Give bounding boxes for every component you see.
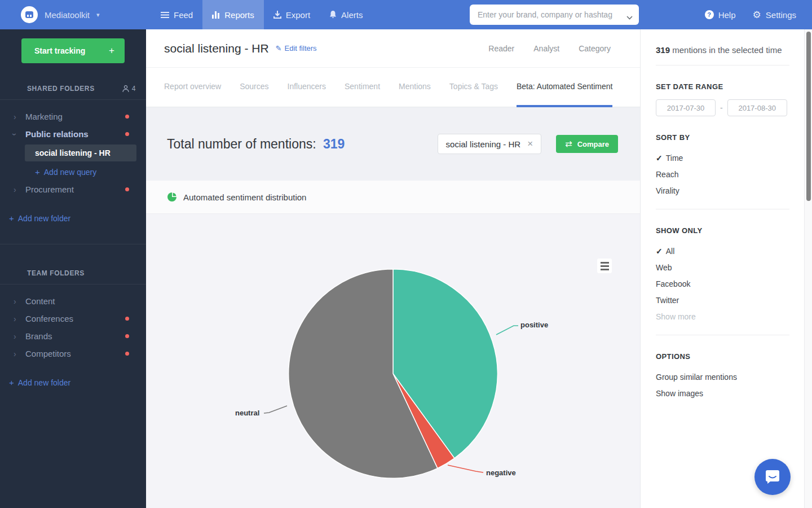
mode-reader[interactable]: Reader <box>488 44 514 53</box>
sidebar-folder-procurement[interactable]: › Procurement <box>0 181 146 198</box>
folder-label: Conferences <box>25 314 73 323</box>
show-option-web[interactable]: Web <box>656 259 789 275</box>
query-chip-label: social listening - HR <box>446 139 521 149</box>
close-icon[interactable]: × <box>527 138 533 150</box>
sidebar-folder-brands[interactable]: › Brands <box>0 327 146 345</box>
chevron-down-icon: ▾ <box>96 11 100 19</box>
edit-filters-link[interactable]: ✎ Edit filters <box>276 44 317 52</box>
pie-chart-icon <box>167 192 176 202</box>
question-icon: ? <box>705 10 714 19</box>
plus-icon: + <box>9 378 14 387</box>
option-group-similar[interactable]: Group similar mentions <box>656 369 789 385</box>
chat-launcher-button[interactable] <box>754 459 791 495</box>
sort-by-options: ✓ Time Reach Virality <box>656 150 789 199</box>
add-new-query-link[interactable]: + Add new query <box>0 163 146 181</box>
report-header: social listening - HR ✎ Edit filters Rea… <box>146 29 640 68</box>
compare-button[interactable]: ⇄ Compare <box>556 135 618 153</box>
tab-influencers[interactable]: Influencers <box>288 68 326 107</box>
gear-icon: ⚙ <box>753 10 761 20</box>
person-icon <box>122 85 129 93</box>
shared-folders-header: SHARED FOLDERS 4 <box>0 85 146 93</box>
sidebar-query-selected[interactable]: social listening - HR <box>25 144 136 161</box>
folder-members[interactable]: 4 <box>122 85 136 93</box>
tab-report-overview[interactable]: Report overview <box>164 68 221 107</box>
total-mentions-label: Total number of mentions: <box>167 137 316 151</box>
show-only-options: ✓ All Web Facebook Twitter Show more <box>656 243 789 325</box>
option-show-images[interactable]: Show images <box>656 385 789 401</box>
tab-sentiment[interactable]: Sentiment <box>345 68 380 107</box>
tab-topics-tags[interactable]: Topics & Tags <box>449 68 498 107</box>
add-folder-label: Add new folder <box>18 378 70 387</box>
pie-svg <box>283 264 503 484</box>
nav-export[interactable]: Export <box>264 0 320 29</box>
nav-feed[interactable]: Feed <box>151 0 202 29</box>
options-list: Group similar mentions Show images <box>656 369 789 401</box>
add-new-folder-link[interactable]: + Add new folder <box>0 374 146 391</box>
bell-icon <box>329 11 337 19</box>
show-option-twitter[interactable]: Twitter <box>656 292 789 308</box>
show-option-facebook[interactable]: Facebook <box>656 275 789 292</box>
mode-analyst[interactable]: Analyst <box>533 44 559 53</box>
sidebar-folder-conferences[interactable]: › Conferences <box>0 310 146 327</box>
brand-menu[interactable]: Mediatoolkit ▾ <box>21 0 100 29</box>
pie-label-neutral: neutral <box>235 409 259 417</box>
sort-option-reach[interactable]: Reach <box>656 166 789 182</box>
add-new-folder-link[interactable]: + Add new folder <box>0 209 146 227</box>
tab-sources[interactable]: Sources <box>240 68 268 107</box>
chart-section-title: Automated sentiment distribution <box>183 192 306 202</box>
sort-option-label: Reach <box>656 170 678 179</box>
sentiment-pie-chart: positive neutral negative <box>146 214 640 507</box>
start-tracking-label: Start tracking <box>34 46 85 55</box>
show-option-label: Twitter <box>656 296 679 305</box>
chevron-down-icon[interactable] <box>626 12 633 22</box>
mode-category[interactable]: Category <box>579 44 611 53</box>
chevron-right-icon: › <box>14 349 16 358</box>
tab-mentions[interactable]: Mentions <box>399 68 431 107</box>
divider <box>0 99 146 100</box>
pie-label-negative: negative <box>486 468 516 477</box>
hamburger-icon <box>601 262 609 264</box>
nav-alerts[interactable]: Alerts <box>320 0 372 29</box>
chevron-right-icon: › <box>14 112 16 121</box>
sort-option-virality[interactable]: Virality <box>656 182 789 199</box>
unread-dot <box>125 187 129 191</box>
date-separator: - <box>720 103 723 112</box>
member-count: 4 <box>132 85 136 93</box>
team-folders-header: TEAM FOLDERS <box>0 269 146 277</box>
chat-bubble-icon <box>764 468 781 485</box>
unread-dot <box>125 132 129 136</box>
chevron-right-icon: › <box>14 185 16 194</box>
scrollbar-thumb[interactable] <box>806 32 811 201</box>
search-input[interactable] <box>470 5 639 25</box>
show-more-link[interactable]: Show more <box>656 308 789 325</box>
show-option-label: Web <box>656 263 672 272</box>
sidebar-folder-public-relations[interactable]: › Public relations <box>0 125 146 143</box>
show-more-label: Show more <box>656 312 696 321</box>
unread-dot <box>125 317 129 321</box>
left-sidebar: Start tracking + SHARED FOLDERS 4 › Mark… <box>0 29 146 508</box>
chevron-right-icon: › <box>14 332 16 341</box>
download-icon <box>273 11 281 19</box>
sidebar-folder-marketing[interactable]: › Marketing <box>0 108 146 125</box>
divider <box>656 335 789 335</box>
divider <box>656 65 789 65</box>
pencil-icon: ✎ <box>276 44 282 52</box>
date-to-input[interactable] <box>727 99 787 116</box>
folder-label: Brands <box>25 331 52 341</box>
sidebar-folder-content[interactable]: › Content <box>0 292 146 310</box>
start-tracking-button[interactable]: Start tracking + <box>21 38 125 63</box>
chart-menu-button[interactable] <box>597 259 612 273</box>
folder-label: Public relations <box>25 129 89 139</box>
plus-icon: + <box>9 213 14 223</box>
sort-option-time[interactable]: ✓ Time <box>656 150 789 166</box>
scrollbar-track[interactable] <box>804 29 812 508</box>
nav-reports[interactable]: Reports <box>202 0 264 29</box>
date-from-input[interactable] <box>656 99 716 116</box>
tab-beta-automated-sentiment[interactable]: Beta: Automated Sentiment <box>517 68 612 107</box>
bar-chart-icon <box>212 11 220 19</box>
mediatoolkit-logo-icon <box>21 6 38 23</box>
sidebar-folder-competitors[interactable]: › Competitors <box>0 345 146 362</box>
help-button[interactable]: ? Help <box>705 0 736 29</box>
show-option-all[interactable]: ✓ All <box>656 243 789 259</box>
settings-button[interactable]: ⚙ Settings <box>753 0 796 29</box>
